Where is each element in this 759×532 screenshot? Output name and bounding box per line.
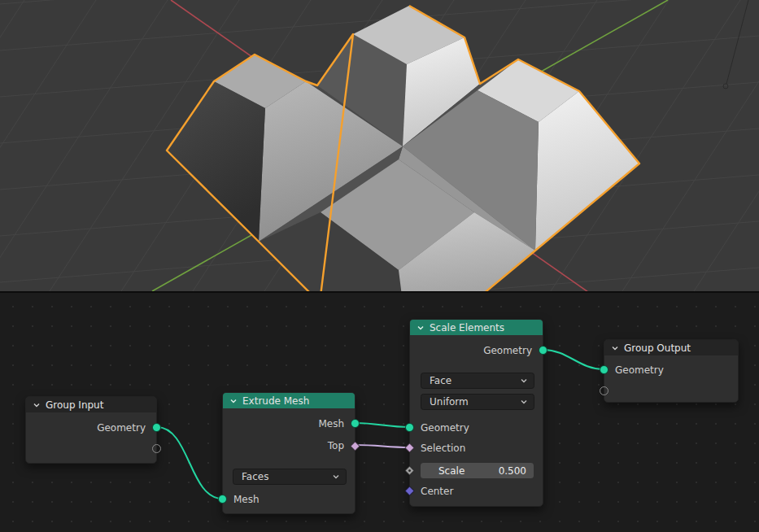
socket-row-input: Selection	[410, 440, 543, 456]
extrude-mode-dropdown[interactable]: Faces	[233, 469, 347, 485]
socket-row-output: Mesh	[223, 416, 355, 432]
node-title: Group Input	[46, 399, 103, 411]
slider-label: Scale	[438, 465, 465, 477]
mesh-face	[167, 81, 265, 242]
node-group-output[interactable]: Group Output Geometry	[604, 339, 739, 403]
socket-row-input: Center	[410, 483, 543, 499]
geometry-output-socket[interactable]	[152, 423, 161, 432]
mesh-output-socket[interactable]	[351, 419, 360, 428]
mesh-object[interactable]	[167, 6, 639, 291]
socket-row-output: Top	[223, 438, 355, 454]
socket-label: Geometry	[421, 422, 469, 434]
node-header[interactable]: Group Output	[604, 340, 738, 355]
scale-value-slider[interactable]: Scale 0.500	[421, 463, 534, 478]
node-header[interactable]: Extrude Mesh	[223, 393, 355, 408]
socket-label: Geometry	[483, 345, 532, 356]
collapse-chevron-icon[interactable]	[33, 401, 41, 409]
socket-label: Top	[328, 440, 344, 451]
node-scale-elements[interactable]: Scale Elements Geometry Face Uniform Geo…	[409, 319, 543, 507]
domain-dropdown[interactable]: Face	[421, 373, 534, 389]
socket-label: Center	[421, 486, 453, 497]
collapse-chevron-icon[interactable]	[417, 324, 425, 332]
socket-label: Selection	[421, 443, 465, 454]
mesh-face	[535, 91, 639, 251]
3d-viewport[interactable]	[0, 0, 759, 291]
node-title: Scale Elements	[430, 322, 504, 334]
node-header[interactable]: Scale Elements	[410, 320, 543, 335]
node-group-input[interactable]: Group Input Geometry	[25, 396, 157, 464]
slider-value: 0.500	[499, 465, 526, 477]
link-groupinput-extrude	[157, 427, 222, 499]
socket-row-output: Geometry	[410, 342, 543, 359]
link-extrude-scale-top	[356, 445, 409, 447]
socket-label: Mesh	[233, 494, 260, 505]
light-object-line	[723, 0, 748, 89]
mesh-input-socket[interactable]	[218, 495, 227, 504]
virtual-output-socket[interactable]	[152, 444, 161, 453]
socket-label: Geometry	[97, 422, 146, 434]
node-extrude-mesh[interactable]: Extrude Mesh Mesh Top Faces Mesh	[222, 392, 356, 514]
scale-mode-dropdown[interactable]: Uniform	[421, 394, 534, 410]
dropdown-value: Uniform	[430, 396, 469, 408]
link-scale-groupoutput	[543, 350, 604, 369]
dropdown-value: Face	[430, 375, 451, 386]
geometry-output-socket[interactable]	[539, 346, 547, 355]
scale-input-socket[interactable]	[404, 465, 415, 476]
dropdown-chevron-icon	[520, 398, 528, 406]
virtual-input-socket[interactable]	[600, 386, 609, 395]
socket-row-input: Geometry	[604, 362, 738, 378]
socket-dot	[408, 469, 411, 472]
geometry-input-socket[interactable]	[405, 423, 414, 432]
node-title: Group Output	[624, 342, 691, 354]
socket-label: Geometry	[615, 364, 664, 376]
node-header[interactable]: Group Input	[26, 397, 156, 412]
collapse-chevron-icon[interactable]	[611, 344, 619, 352]
node-title: Extrude Mesh	[242, 395, 309, 407]
socket-row-input: Mesh	[223, 491, 355, 508]
dropdown-chevron-icon	[520, 377, 528, 385]
link-extrude-scale-mesh	[356, 423, 409, 427]
dropdown-chevron-icon	[332, 473, 340, 481]
geometry-input-socket[interactable]	[600, 365, 609, 374]
geometry-nodes-editor[interactable]: Group Input Geometry Extrude Mesh Mesh T…	[0, 291, 759, 532]
socket-label: Mesh	[318, 418, 344, 430]
socket-row-output: Geometry	[26, 420, 156, 436]
collapse-chevron-icon[interactable]	[229, 397, 238, 405]
dropdown-value: Faces	[242, 471, 268, 482]
viewport-canvas	[0, 0, 759, 291]
socket-row-input: Geometry	[410, 420, 543, 436]
